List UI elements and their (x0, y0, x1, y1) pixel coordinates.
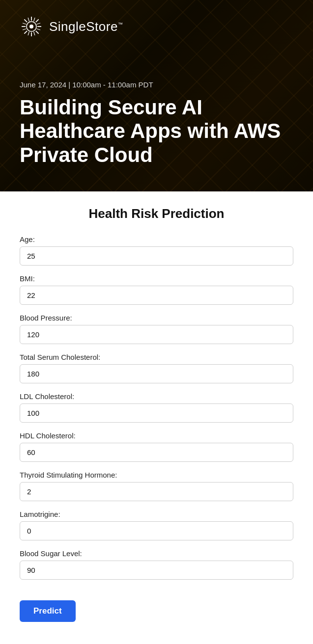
form-group-age: Age: (20, 235, 293, 266)
hero-text-area: June 17, 2024 | 10:00am - 11:00am PDT Bu… (20, 80, 293, 177)
input-blood_pressure[interactable] (20, 325, 293, 344)
page-container: SingleStore™ June 17, 2024 | 10:00am - 1… (0, 0, 313, 644)
form-section: Health Risk Prediction Age:BMI:Blood Pre… (0, 191, 313, 642)
input-total_serum_cholesterol[interactable] (20, 364, 293, 383)
form-group-thyroid_stimulating_hormone: Thyroid Stimulating Hormone: (20, 471, 293, 501)
svg-line-6 (36, 31, 39, 34)
page-title: Health Risk Prediction (20, 206, 293, 221)
svg-line-7 (36, 19, 39, 22)
form-group-bmi: BMI: (20, 274, 293, 305)
input-blood_sugar_level[interactable] (20, 561, 293, 580)
input-thyroid_stimulating_hormone[interactable] (20, 482, 293, 501)
svg-line-12 (37, 23, 41, 25)
hero-content: SingleStore™ June 17, 2024 | 10:00am - 1… (0, 0, 313, 191)
input-hdl_cholesterol[interactable] (20, 443, 293, 462)
svg-line-9 (23, 23, 27, 25)
label-bmi: BMI: (20, 274, 293, 283)
label-thyroid_stimulating_hormone: Thyroid Stimulating Hormone: (20, 471, 293, 479)
svg-line-16 (28, 32, 29, 36)
input-bmi[interactable] (20, 286, 293, 305)
svg-line-8 (24, 31, 27, 34)
form-group-lamotrigine: Lamotrigine: (20, 510, 293, 540)
singlestore-logo-icon (20, 15, 43, 38)
hero-date: June 17, 2024 | 10:00am - 11:00am PDT (20, 80, 293, 89)
svg-line-15 (34, 18, 35, 22)
label-blood_sugar_level: Blood Sugar Level: (20, 549, 293, 558)
form-group-total_serum_cholesterol: Total Serum Cholesterol: (20, 353, 293, 383)
svg-point-17 (29, 25, 33, 28)
form-group-hdl_cholesterol: HDL Cholesterol: (20, 431, 293, 462)
hero-title-line3: Private Cloud (20, 143, 153, 166)
form-group-blood_pressure: Blood Pressure: (20, 314, 293, 344)
label-hdl_cholesterol: HDL Cholesterol: (20, 431, 293, 440)
form-fields-container: Age:BMI:Blood Pressure:Total Serum Chole… (20, 235, 293, 580)
form-group-ldl_cholesterol: LDL Cholesterol: (20, 392, 293, 423)
label-blood_pressure: Blood Pressure: (20, 314, 293, 322)
logo-area: SingleStore™ (20, 15, 293, 38)
label-total_serum_cholesterol: Total Serum Cholesterol: (20, 353, 293, 361)
svg-line-13 (28, 18, 29, 22)
predict-button[interactable]: Predict (20, 600, 76, 622)
logo-text: SingleStore™ (49, 19, 123, 34)
label-ldl_cholesterol: LDL Cholesterol: (20, 392, 293, 401)
form-group-blood_sugar_level: Blood Sugar Level: (20, 549, 293, 580)
svg-line-14 (34, 32, 35, 36)
label-lamotrigine: Lamotrigine: (20, 510, 293, 518)
input-lamotrigine[interactable] (20, 521, 293, 540)
hero-title-line2: Healthcare Apps with AWS (20, 119, 281, 142)
hero-banner: SingleStore™ June 17, 2024 | 10:00am - 1… (0, 0, 313, 191)
input-age[interactable] (20, 246, 293, 266)
label-age: Age: (20, 235, 293, 243)
hero-title-line1: Building Secure AI (20, 96, 202, 119)
svg-line-11 (23, 29, 27, 30)
input-ldl_cholesterol[interactable] (20, 403, 293, 423)
hero-title: Building Secure AI Healthcare Apps with … (20, 96, 293, 167)
svg-line-10 (37, 29, 41, 30)
svg-line-5 (24, 19, 27, 22)
